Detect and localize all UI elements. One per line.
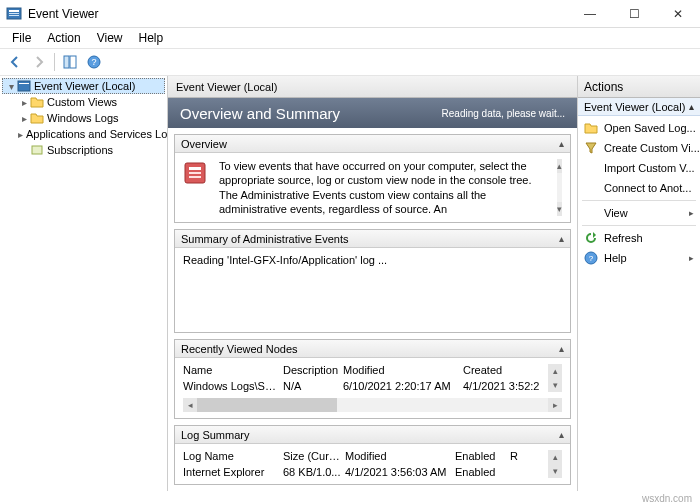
panel-header[interactable]: Overview ▴ <box>175 135 570 153</box>
col-modified[interactable]: Modified <box>343 364 463 376</box>
folder-icon <box>30 95 44 109</box>
recent-hscrollbar[interactable]: ◂ ▸ <box>183 398 562 412</box>
col-modified[interactable]: Modified <box>345 450 455 462</box>
close-button[interactable]: ✕ <box>656 0 700 28</box>
svg-rect-2 <box>9 13 19 14</box>
menu-help[interactable]: Help <box>131 29 172 47</box>
collapse-icon[interactable]: ▴ <box>559 429 564 440</box>
tree-item-label: Custom Views <box>47 96 117 108</box>
col-created[interactable]: Created <box>463 364 548 376</box>
info-icon <box>183 159 211 187</box>
tree-item-app-services[interactable]: ▸ Applications and Services Lo <box>2 126 165 142</box>
col-enabled[interactable]: Enabled <box>455 450 510 462</box>
svg-rect-14 <box>189 176 201 178</box>
action-create-custom-view[interactable]: Create Custom Vi... <box>578 138 700 158</box>
svg-rect-9 <box>19 83 29 84</box>
actions-separator <box>582 225 696 226</box>
action-open-saved-log[interactable]: Open Saved Log... <box>578 118 700 138</box>
cell-modified: 6/10/2021 2:20:17 AM <box>343 380 463 392</box>
col-r[interactable]: R <box>510 450 548 462</box>
expand-icon[interactable]: ▸ <box>18 128 23 140</box>
action-label: View <box>604 207 628 219</box>
svg-rect-5 <box>70 56 76 68</box>
table-row[interactable]: Internet Explorer 68 KB/1.0... 4/1/2021 … <box>183 464 548 478</box>
collapse-up-icon[interactable]: ▴ <box>689 101 694 112</box>
expand-icon[interactable]: ▸ <box>18 96 30 108</box>
scroll-right-icon[interactable]: ▸ <box>548 398 562 412</box>
scroll-left-icon[interactable]: ◂ <box>183 398 197 412</box>
action-connect-another[interactable]: Connect to Anot... <box>578 178 700 198</box>
svg-rect-13 <box>189 172 201 174</box>
cell-enabled: Enabled <box>455 466 510 478</box>
col-size[interactable]: Size (Curr... <box>283 450 345 462</box>
log-summary-panel: Log Summary ▴ Log Name Size (Curr... Mod… <box>174 425 571 485</box>
cell-size: 68 KB/1.0... <box>283 466 345 478</box>
back-button[interactable] <box>4 51 26 73</box>
submenu-arrow-icon: ▸ <box>689 208 694 218</box>
col-desc[interactable]: Description <box>283 364 343 376</box>
scroll-up-icon[interactable]: ▴ <box>548 364 562 378</box>
expand-icon[interactable]: ▸ <box>18 112 30 124</box>
watermark: wsxdn.com <box>642 493 692 504</box>
action-help[interactable]: ? Help ▸ <box>578 248 700 268</box>
overview-banner: Overview and Summary Reading data, pleas… <box>168 98 577 128</box>
panel-header[interactable]: Log Summary ▴ <box>175 426 570 444</box>
main-area: ▾ Event Viewer (Local) ▸ Custom Views ▸ … <box>0 76 700 491</box>
scroll-down-icon[interactable]: ▾ <box>557 202 562 216</box>
panel-header[interactable]: Recently Viewed Nodes ▴ <box>175 340 570 358</box>
navigation-tree: ▾ Event Viewer (Local) ▸ Custom Views ▸ … <box>0 76 168 491</box>
tree-item-label: Subscriptions <box>47 144 113 156</box>
scroll-down-icon[interactable]: ▾ <box>548 378 562 392</box>
overview-scrollbar[interactable]: ▴ ▾ <box>557 159 562 216</box>
center-pane: Event Viewer (Local) Overview and Summar… <box>168 76 578 491</box>
admin-events-panel: Summary of Administrative Events ▴ Readi… <box>174 229 571 333</box>
scroll-up-icon[interactable]: ▴ <box>557 159 562 173</box>
cell-desc: N/A <box>283 380 343 392</box>
log-vscrollbar[interactable]: ▴ ▾ <box>548 450 562 478</box>
svg-rect-8 <box>18 81 30 91</box>
scroll-up-icon[interactable]: ▴ <box>548 450 562 464</box>
forward-button[interactable] <box>28 51 50 73</box>
scroll-down-icon[interactable]: ▾ <box>548 464 562 478</box>
tree-item-subscriptions[interactable]: Subscriptions <box>2 142 165 158</box>
menu-action[interactable]: Action <box>39 29 88 47</box>
recent-vscrollbar[interactable]: ▴ ▾ <box>548 364 562 392</box>
panel-header[interactable]: Summary of Administrative Events ▴ <box>175 230 570 248</box>
blank-icon <box>584 206 598 220</box>
menu-view[interactable]: View <box>89 29 131 47</box>
svg-rect-10 <box>32 146 42 154</box>
center-header-label: Event Viewer (Local) <box>176 81 277 93</box>
action-view[interactable]: View ▸ <box>578 203 700 223</box>
col-logname[interactable]: Log Name <box>183 450 283 462</box>
show-hide-tree-button[interactable] <box>59 51 81 73</box>
menu-file[interactable]: File <box>4 29 39 47</box>
collapse-icon[interactable]: ▴ <box>559 233 564 244</box>
panel-title: Recently Viewed Nodes <box>181 343 298 355</box>
svg-text:?: ? <box>589 254 594 263</box>
svg-rect-12 <box>189 167 201 170</box>
title-bar: Event Viewer — ☐ ✕ <box>0 0 700 28</box>
collapse-icon[interactable]: ▴ <box>559 343 564 354</box>
window-title: Event Viewer <box>28 7 568 21</box>
tree-item-windows-logs[interactable]: ▸ Windows Logs <box>2 110 165 126</box>
collapse-icon[interactable]: ▴ <box>559 138 564 149</box>
action-label: Help <box>604 252 627 264</box>
action-refresh[interactable]: Refresh <box>578 228 700 248</box>
help-button[interactable]: ? <box>83 51 105 73</box>
actions-header-label: Actions <box>584 80 623 94</box>
tree-item-custom-views[interactable]: ▸ Custom Views <box>2 94 165 110</box>
maximize-button[interactable]: ☐ <box>612 0 656 28</box>
tree-root-label: Event Viewer (Local) <box>34 80 135 92</box>
table-row[interactable]: Windows Logs\System N/A 6/10/2021 2:20:1… <box>183 378 548 392</box>
scroll-thumb[interactable] <box>197 398 337 412</box>
col-name[interactable]: Name <box>183 364 283 376</box>
minimize-button[interactable]: — <box>568 0 612 28</box>
tree-root[interactable]: ▾ Event Viewer (Local) <box>2 78 165 94</box>
blank-icon <box>584 161 598 175</box>
cell-modified: 4/1/2021 3:56:03 AM <box>345 466 455 478</box>
submenu-arrow-icon: ▸ <box>689 253 694 263</box>
action-import-custom-view[interactable]: Import Custom V... <box>578 158 700 178</box>
actions-subheader[interactable]: Event Viewer (Local) ▴ <box>578 98 700 116</box>
overview-text: To view events that have occurred on you… <box>219 159 549 216</box>
expand-icon[interactable]: ▾ <box>5 80 17 92</box>
